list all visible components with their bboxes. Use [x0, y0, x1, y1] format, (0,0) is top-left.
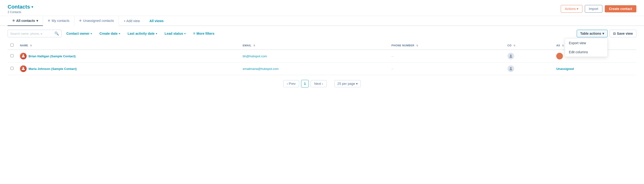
svg-point-3 [510, 67, 511, 69]
row1-email-cell: bh@hubspot.com [240, 50, 388, 62]
save-view-button[interactable]: ⊡ Save view [610, 30, 636, 37]
more-filters-button[interactable]: ≡ More filters [190, 30, 217, 37]
row2-email-cell: emailmaria@hubspot.com [240, 62, 388, 75]
row1-checkbox-cell[interactable] [8, 50, 17, 62]
tabs-bar: ✲ All contacts ▾ ✲ My contacts ✲ Unassig… [0, 16, 644, 26]
row1-avatar [20, 53, 27, 60]
phone-sort-icon: ⇅ [416, 44, 418, 47]
row1-owner-cell [505, 50, 554, 62]
row1-phone-cell: -- [388, 50, 504, 62]
row2-contact-name[interactable]: Maria Johnson (Sample Contact) [28, 67, 76, 70]
row2-assigned-cell: Unassigned [554, 62, 636, 75]
owner-sort-icon: ⇅ [514, 44, 516, 47]
export-view-item[interactable]: Export view [565, 38, 608, 48]
add-view-tab[interactable]: + Add view [119, 16, 144, 26]
create-date-chevron-icon: ▾ [119, 32, 120, 35]
lead-status-chevron-icon: ▾ [184, 32, 186, 35]
top-header: Contacts ▾ 2 Contacts Actions ▾ Import C… [0, 0, 644, 16]
edit-columns-item[interactable]: Edit columns [565, 48, 608, 56]
prev-chevron-icon: ‹ [287, 82, 288, 86]
svg-point-0 [22, 54, 24, 56]
actions-chevron-icon: ▾ [577, 7, 578, 11]
row1-email[interactable]: bh@hubspot.com [242, 54, 267, 58]
row1-checkbox[interactable] [10, 54, 14, 57]
search-icon[interactable]: 🔍 [54, 32, 59, 36]
filter-lines-icon: ≡ [193, 32, 195, 36]
col-header-phone[interactable]: PHONE NUMBER ⇅ [388, 41, 504, 50]
create-contact-button[interactable]: Create contact [605, 5, 636, 12]
col-header-email[interactable]: EMAIL ⇅ [240, 41, 388, 50]
prev-button[interactable]: ‹ Prev [283, 80, 299, 87]
select-all-header[interactable] [8, 41, 17, 50]
last-activity-chevron-icon: ▾ [156, 32, 157, 35]
svg-point-1 [510, 55, 511, 56]
save-view-icon: ⊡ [613, 32, 616, 36]
row2-owner-icon [508, 65, 514, 72]
table-actions-chevron-icon: ▾ [602, 32, 604, 36]
row2-phone-cell: -- [388, 62, 504, 75]
row2-owner-cell [505, 62, 554, 75]
assigned-sort-icon: ⇅ [562, 44, 564, 47]
next-button[interactable]: Next › [310, 80, 326, 87]
table-row: Brian Halligan (Sample Contact) bh@hubsp… [8, 50, 636, 62]
tab-all-contacts[interactable]: ✲ All contacts ▾ [8, 16, 43, 26]
search-input[interactable] [10, 32, 53, 36]
row2-phone: -- [392, 67, 394, 70]
tab-unassigned-contacts-label: Unassigned contacts [83, 19, 114, 22]
tab-my-contacts[interactable]: ✲ My contacts [43, 16, 74, 26]
tab-my-contacts-label: My contacts [52, 19, 70, 22]
table-row: Maria Johnson (Sample Contact) emailmari… [8, 62, 636, 75]
table-header-row: NAME ⇅ EMAIL ⇅ PHONE NUMBER ⇅ CO ⇅ AS [8, 41, 636, 50]
table-actions-wrapper: Table actions ▾ Export view Edit columns [577, 30, 608, 37]
title-chevron-icon[interactable]: ▾ [32, 5, 33, 9]
pin-icon-my: ✲ [48, 19, 50, 22]
table-actions-button[interactable]: Table actions ▾ [577, 30, 608, 37]
pagination-bar: ‹ Prev 1 Next › 25 per page ▾ [0, 75, 644, 92]
title-area: Contacts ▾ 2 Contacts [8, 4, 33, 14]
header-actions: Actions ▾ Import Create contact [561, 5, 636, 12]
page-title: Contacts ▾ [8, 4, 33, 10]
row2-avatar [20, 65, 27, 72]
row1-contact-name[interactable]: Brian Halligan (Sample Contact) [28, 54, 76, 58]
current-page[interactable]: 1 [301, 80, 309, 88]
all-views-link[interactable]: All views [144, 16, 168, 26]
create-date-filter[interactable]: Create date ▾ [96, 30, 123, 37]
contact-count: 2 Contacts [8, 10, 33, 14]
last-activity-date-filter[interactable]: Last activity date ▾ [125, 30, 160, 37]
row1-owner-icon [508, 53, 514, 60]
per-page-button[interactable]: 25 per page ▾ [334, 80, 361, 87]
tab-unassigned-contacts[interactable]: ✲ Unassigned contacts [74, 16, 119, 26]
search-box: 🔍 [8, 30, 62, 37]
table-actions-dropdown: Export view Edit columns [565, 38, 608, 57]
row1-phone: -- [392, 54, 394, 58]
lead-status-filter[interactable]: Lead status ▾ [162, 30, 188, 37]
tab-all-contacts-label: All contacts [16, 19, 35, 22]
pin-icon-all: ✲ [12, 19, 15, 22]
contact-owner-chevron-icon: ▾ [90, 32, 92, 35]
table-wrapper: NAME ⇅ EMAIL ⇅ PHONE NUMBER ⇅ CO ⇅ AS [0, 41, 644, 75]
name-sort-icon: ⇅ [30, 44, 32, 47]
import-button[interactable]: Import [585, 5, 602, 12]
actions-button[interactable]: Actions ▾ [561, 5, 582, 12]
row1-name-cell: Brian Halligan (Sample Contact) [17, 50, 240, 62]
select-all-checkbox[interactable] [10, 44, 14, 46]
row1-assigned-avatar [556, 53, 563, 60]
per-page-chevron-icon: ▾ [356, 82, 358, 86]
email-sort-icon: ⇅ [253, 44, 256, 47]
col-header-name[interactable]: NAME ⇅ [17, 41, 240, 50]
contact-owner-filter[interactable]: Contact owner ▾ [64, 30, 95, 37]
contacts-table: NAME ⇅ EMAIL ⇅ PHONE NUMBER ⇅ CO ⇅ AS [8, 41, 636, 75]
tab-all-contacts-chevron[interactable]: ▾ [36, 19, 38, 22]
pin-icon-unassigned: ✲ [79, 19, 82, 22]
next-chevron-icon: › [322, 82, 323, 86]
row2-checkbox-cell[interactable] [8, 62, 17, 75]
filters-bar: 🔍 Contact owner ▾ Create date ▾ Last act… [0, 26, 644, 41]
row2-email[interactable]: emailmaria@hubspot.com [242, 67, 278, 70]
svg-point-2 [22, 67, 24, 68]
row2-checkbox[interactable] [10, 67, 14, 70]
row2-name-cell: Maria Johnson (Sample Contact) [17, 62, 240, 75]
row2-assigned-label: Unassigned [556, 67, 574, 70]
col-header-owner[interactable]: CO ⇅ [505, 41, 554, 50]
